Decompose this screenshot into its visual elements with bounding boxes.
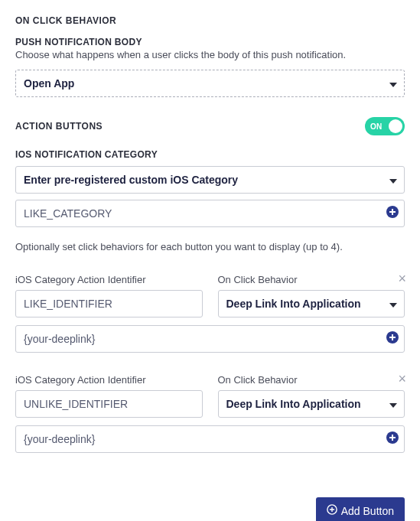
toggle-on-label: ON	[370, 122, 383, 131]
ios-category-select-value: Enter pre-registered custom iOS Category	[15, 166, 405, 194]
onclick-select-1[interactable]: Deep Link Into Application	[218, 390, 405, 418]
push-body-description: Choose what happens when a user clicks t…	[15, 49, 405, 60]
onclick-select-value-1: Deep Link Into Application	[218, 390, 405, 418]
plus-circle-icon[interactable]	[386, 331, 399, 347]
deeplink-input-0[interactable]	[15, 325, 405, 353]
action-buttons-toggle[interactable]: ON	[365, 117, 405, 135]
remove-button-0[interactable]: ×	[398, 272, 406, 285]
onclick-select-0[interactable]: Deep Link Into Application	[218, 290, 405, 317]
ios-category-title: IOS NOTIFICATION CATEGORY	[15, 149, 405, 160]
deeplink-input-1[interactable]	[15, 425, 405, 453]
action-buttons-title: ACTION BUTTONS	[15, 121, 103, 132]
onclick-label-1: On Click Behavior	[218, 374, 405, 386]
identifier-label-0: iOS Category Action Identifier	[15, 274, 203, 285]
onclick-label-0: On Click Behavior	[218, 274, 405, 285]
optional-note: Optionally set click behaviors for each …	[15, 241, 405, 252]
add-button[interactable]: Add Button	[316, 497, 405, 521]
onclick-select-value-0: Deep Link Into Application	[218, 290, 405, 317]
push-body-select[interactable]: Open App	[15, 70, 405, 97]
add-button-label: Add Button	[341, 505, 394, 517]
plus-circle-icon[interactable]	[386, 431, 399, 447]
plus-circle-icon	[327, 504, 337, 517]
ios-category-input[interactable]	[15, 200, 405, 227]
identifier-input-1[interactable]	[15, 390, 203, 418]
push-body-select-value: Open App	[15, 70, 405, 97]
toggle-knob	[389, 119, 402, 133]
button-config-0: × iOS Category Action Identifier On Clic…	[15, 274, 405, 353]
remove-button-1[interactable]: ×	[398, 372, 406, 386]
plus-circle-icon[interactable]	[386, 206, 399, 221]
identifier-label-1: iOS Category Action Identifier	[15, 374, 203, 386]
identifier-input-0[interactable]	[15, 290, 203, 317]
ios-category-select[interactable]: Enter pre-registered custom iOS Category	[15, 166, 405, 194]
button-config-1: × iOS Category Action Identifier On Clic…	[15, 374, 405, 453]
on-click-behavior-title: ON CLICK BEHAVIOR	[15, 15, 405, 26]
push-body-title: PUSH NOTIFICATION BODY	[15, 37, 405, 47]
